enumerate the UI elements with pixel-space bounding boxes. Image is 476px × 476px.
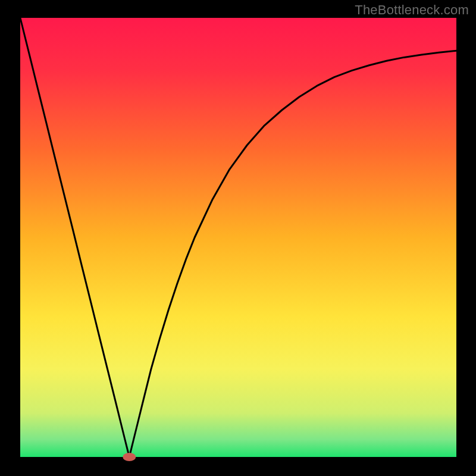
bottleneck-chart bbox=[0, 0, 476, 476]
optimal-point-marker bbox=[123, 453, 136, 461]
chart-frame: TheBottleneck.com bbox=[0, 0, 476, 476]
gradient-backdrop bbox=[20, 18, 456, 457]
watermark-label: TheBottleneck.com bbox=[355, 2, 469, 18]
